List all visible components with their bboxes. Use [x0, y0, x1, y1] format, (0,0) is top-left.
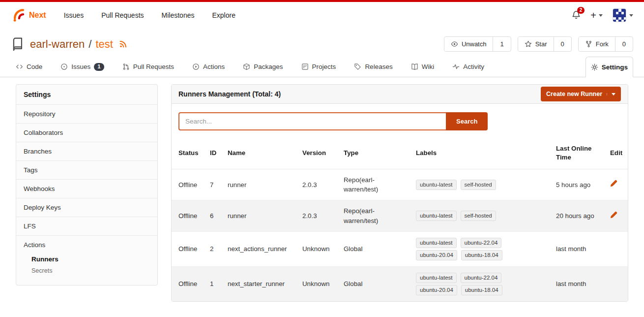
package-icon [243, 63, 250, 70]
project-board-icon [301, 63, 309, 70]
nav-issues-link[interactable]: Issues [64, 11, 84, 19]
edit-runner-button[interactable] [610, 211, 617, 219]
settings-content: Settings Repository Collaborators Branch… [0, 77, 644, 302]
table-row: Offline 2 next_actions_runner Unknown Gl… [172, 231, 628, 266]
col-name: Name [228, 137, 302, 169]
forgejo-logo-icon [11, 8, 26, 23]
tab-releases[interactable]: Releases [349, 57, 397, 77]
sidebar-title: Settings [16, 85, 157, 105]
settings-sidebar: Settings Repository Collaborators Branch… [16, 84, 158, 285]
sidebar-item-branches[interactable]: Branches [16, 142, 157, 161]
unwatch-button[interactable]: Unwatch [444, 37, 493, 51]
runner-type: Repo(earl-warren/test) [344, 175, 404, 194]
nav-explore-link[interactable]: Explore [212, 11, 235, 19]
sidebar-item-secrets[interactable]: Secrets [16, 265, 157, 276]
runner-id: 2 [210, 231, 228, 266]
runner-name: runner [228, 169, 302, 200]
runner-status: Offline [172, 231, 210, 266]
tab-packages-label: Packages [254, 63, 283, 70]
edit-runner-button[interactable] [610, 180, 617, 187]
label-badge: ubuntu-latest [416, 180, 457, 190]
sidebar-item-actions[interactable]: Actions [16, 241, 157, 253]
tab-issues[interactable]: Issues 1 [56, 57, 109, 77]
tag-icon [354, 63, 361, 70]
repo-owner-link[interactable]: earl-warren [30, 38, 85, 51]
sidebar-group-actions: Actions Runners Secrets [16, 236, 157, 285]
runner-last-online: 5 hours ago [556, 169, 610, 200]
col-edit: Edit [610, 137, 628, 169]
runner-status: Offline [172, 266, 210, 301]
tab-code[interactable]: Code [11, 57, 47, 77]
issues-count-badge: 1 [94, 63, 104, 71]
table-header-row: Status ID Name Version Type Labels Last … [172, 137, 628, 169]
navbar-right: 2 + [572, 8, 633, 22]
repo-name-link[interactable]: test [95, 38, 113, 51]
tab-actions[interactable]: Actions [187, 57, 230, 77]
sidebar-item-deploy-keys[interactable]: Deploy Keys [16, 198, 157, 217]
nav-pull-requests-link[interactable]: Pull Requests [101, 11, 144, 19]
watch-button-group: Unwatch 1 [444, 36, 511, 52]
page-title: Runners Management (Total: 4) [178, 90, 281, 98]
create-new-runner-button[interactable]: Create new Runner [541, 87, 621, 101]
runner-id: 1 [210, 266, 228, 301]
star-button-group: Star 0 [518, 36, 572, 52]
issue-icon [60, 63, 68, 70]
tab-wiki-label: Wiki [422, 63, 435, 70]
tab-projects[interactable]: Projects [296, 57, 341, 77]
star-button[interactable]: Star [518, 37, 554, 51]
col-status: Status [172, 137, 210, 169]
runner-status: Offline [172, 169, 210, 200]
forks-count[interactable]: 0 [615, 37, 633, 51]
tab-pull-requests[interactable]: Pull Requests [117, 57, 179, 77]
runner-name: runner [228, 200, 302, 232]
star-label: Star [535, 40, 547, 48]
create-new-menu-button[interactable]: + [590, 10, 603, 20]
runner-type: Global [344, 279, 404, 288]
sidebar-item-repository[interactable]: Repository [16, 105, 157, 124]
repo-header: earl-warren / test Unwatch 1 [0, 29, 644, 57]
label-badge: ubuntu-latest [416, 211, 457, 221]
home-logo-link[interactable]: Next [11, 8, 46, 23]
gear-icon [591, 63, 598, 71]
book-icon [411, 63, 418, 70]
stars-count[interactable]: 0 [554, 37, 571, 51]
sidebar-item-lfs[interactable]: LFS [16, 217, 157, 236]
search-input[interactable] [178, 112, 446, 130]
tab-wiki[interactable]: Wiki [406, 57, 439, 77]
tab-pull-requests-label: Pull Requests [133, 63, 174, 70]
caret-down-icon [599, 14, 603, 17]
sidebar-item-collaborators[interactable]: Collaborators [16, 124, 157, 142]
runner-labels: ubuntu-latest self-hosted [416, 180, 522, 190]
repo-tabs: Code Issues 1 Pull Requests Actions [0, 57, 644, 77]
nav-milestones-link[interactable]: Milestones [162, 11, 195, 19]
notifications-button[interactable]: 2 [572, 10, 581, 21]
tab-packages[interactable]: Packages [238, 57, 288, 77]
brand-name[interactable]: Next [29, 11, 46, 20]
label-badge: ubuntu-18.04 [461, 285, 502, 295]
tab-settings[interactable]: Settings [585, 57, 633, 77]
user-menu-button[interactable] [613, 8, 633, 22]
eye-icon [451, 40, 458, 48]
sidebar-item-tags[interactable]: Tags [16, 161, 157, 180]
tab-issues-label: Issues [71, 63, 90, 70]
runner-version: 2.0.3 [302, 169, 344, 200]
watchers-count[interactable]: 1 [493, 37, 510, 51]
label-badge: ubuntu-18.04 [461, 250, 502, 260]
sidebar-item-runners[interactable]: Runners [16, 253, 157, 265]
rss-feed-icon[interactable] [119, 40, 127, 48]
label-badge: ubuntu-22.04 [461, 273, 502, 283]
runners-management-card: Runners Management (Total: 4) Create new… [171, 84, 628, 302]
repo-title: earl-warren / test [30, 38, 127, 51]
repo-title-separator: / [88, 38, 91, 51]
runners-table: Status ID Name Version Type Labels Last … [172, 137, 628, 301]
label-badge: self-hosted [461, 211, 496, 221]
sidebar-item-webhooks[interactable]: Webhooks [16, 180, 157, 198]
pull-request-icon [122, 63, 130, 70]
runner-version: Unknown [302, 231, 344, 266]
col-last-online-time: Last Online Time [556, 137, 610, 169]
table-row: Offline 6 runner 2.0.3 Repo(earl-warren/… [172, 200, 628, 232]
fork-button[interactable]: Fork [579, 37, 615, 51]
search-button[interactable]: Search [446, 112, 488, 130]
unwatch-label: Unwatch [462, 40, 487, 48]
tab-activity[interactable]: Activity [447, 57, 489, 77]
